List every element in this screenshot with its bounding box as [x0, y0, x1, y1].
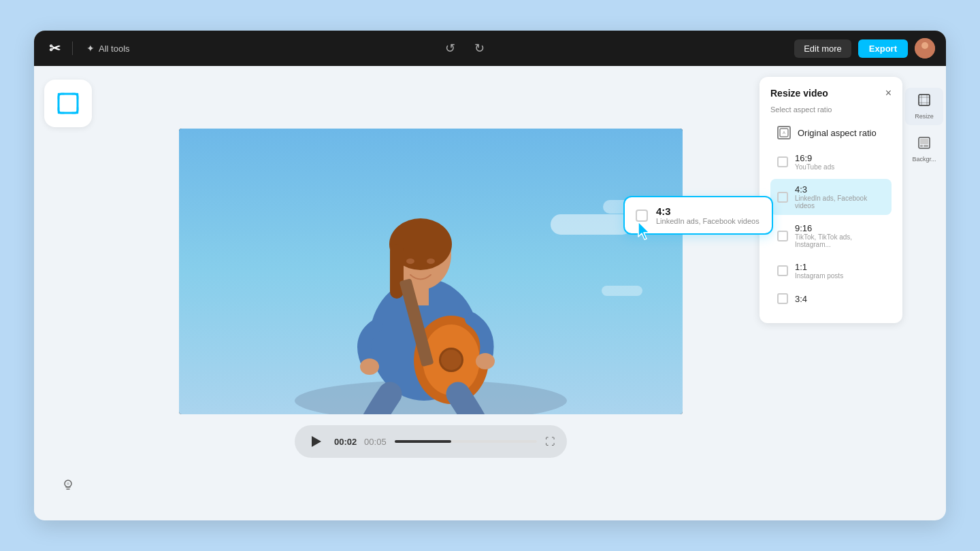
svg-point-1 [921, 42, 928, 49]
sidebar-item-resize[interactable]: Resize [905, 88, 943, 125]
svg-rect-26 [920, 139, 928, 144]
lightbulb-icon[interactable] [60, 477, 76, 507]
person-guitar-svg [179, 129, 683, 414]
divider [72, 41, 73, 55]
svg-rect-24 [919, 95, 930, 105]
sidebar-item-background[interactable]: Backgr... [905, 131, 943, 168]
tooltip-checkbox [636, 210, 648, 222]
tooltip-text: 4:3 LinkedIn ads, Facebook videos [656, 205, 760, 225]
aspect-desc-9-16: TikTok, TikTok ads, Instagram... [795, 233, 885, 248]
svg-point-19 [360, 358, 379, 375]
top-bar-center: ↺ ↻ [144, 38, 787, 59]
checkbox-3-4 [777, 293, 788, 304]
svg-point-11 [406, 258, 414, 264]
logo-icon: ✂ [49, 40, 61, 56]
aspect-desc-16-9: YouTube ads [795, 163, 834, 171]
redo-button[interactable]: ↻ [472, 38, 487, 59]
resize-panel-header: Resize video × [770, 88, 892, 99]
aspect-name-3-4: 3:4 [795, 294, 807, 304]
cursor-arrow [635, 222, 655, 245]
right-sidebar: Resize Backgr... [902, 77, 946, 179]
aspect-option-original[interactable]: A Original aspect ratio [770, 120, 892, 145]
aspect-text-16-9: 16:9 YouTube ads [795, 153, 834, 171]
aspect-text-9-16: 9:16 TikTok, TikTok ads, Instagram... [795, 223, 885, 248]
aspect-option-4-3[interactable]: 4:3 LinkedIn ads, Facebook videos [770, 179, 892, 215]
aspect-name-4-3: 4:3 [795, 184, 885, 195]
video-section: 00:02 00:05 ⛶ [102, 66, 760, 520]
video-container [179, 129, 683, 414]
total-time: 00:05 [364, 437, 387, 447]
resize-sidebar-icon [917, 93, 931, 110]
aspect-name-9-16: 9:16 [795, 223, 885, 233]
right-panels: Resize video × Select aspect ratio A [760, 66, 946, 520]
aspect-desc-1-1: Instagram posts [795, 272, 843, 280]
video-controls: 00:02 00:05 ⛶ [295, 425, 567, 458]
aspect-option-1-1[interactable]: 1:1 Instagram posts [770, 256, 892, 285]
svg-point-12 [427, 258, 435, 264]
svg-point-20 [476, 353, 495, 369]
aspect-option-3-4[interactable]: 3:4 [770, 288, 892, 310]
svg-point-5 [67, 482, 69, 485]
background-sidebar-label: Backgr... [912, 156, 936, 163]
current-time: 00:02 [334, 437, 357, 447]
aspect-name-1-1: 1:1 [795, 262, 843, 272]
checkbox-9-16 [777, 231, 788, 241]
checkbox-16-9 [777, 156, 788, 167]
play-button[interactable] [307, 432, 326, 451]
avatar[interactable] [915, 38, 935, 59]
svg-marker-23 [638, 222, 649, 239]
svg-point-17 [441, 350, 461, 370]
aspect-text-1-1: 1:1 Instagram posts [795, 262, 843, 280]
svg-rect-28 [924, 145, 928, 147]
all-tools-button[interactable]: ✦ All tools [81, 40, 135, 56]
aspect-text-4-3: 4:3 LinkedIn ads, Facebook videos [795, 184, 885, 210]
tooltip-desc: LinkedIn ads, Facebook videos [656, 217, 760, 225]
app-container: ✂ ✦ All tools ↺ ↻ Edit more Export [34, 31, 946, 520]
resize-panel-wrapper: Resize video × Select aspect ratio A [760, 77, 902, 323]
export-button[interactable]: Export [858, 39, 908, 58]
resize-panel: Resize video × Select aspect ratio A [760, 77, 902, 323]
svg-rect-27 [920, 145, 923, 147]
resize-sidebar-label: Resize [915, 113, 934, 120]
play-icon [312, 436, 321, 447]
checkbox-1-1 [777, 265, 788, 276]
all-tools-label: All tools [99, 44, 130, 54]
video-preview [179, 129, 683, 414]
resize-panel-title: Resize video [770, 88, 828, 99]
progress-bar[interactable] [395, 440, 537, 443]
original-icon: A [777, 126, 791, 139]
aspect-name-16-9: 16:9 [795, 153, 834, 163]
app-logo: ✂ [45, 39, 64, 58]
tooltip-name: 4:3 [656, 205, 760, 217]
aspect-text-3-4: 3:4 [795, 294, 807, 304]
top-bar: ✂ ✦ All tools ↺ ↻ Edit more Export [34, 31, 946, 66]
svg-text:A: A [783, 131, 785, 135]
aspect-desc-4-3: LinkedIn ads, Facebook videos [795, 195, 885, 210]
aspect-option-9-16[interactable]: 9:16 TikTok, TikTok ads, Instagram... [770, 218, 892, 254]
progress-fill [395, 440, 452, 443]
aspect-name-original: Original aspect ratio [798, 128, 877, 138]
edit-more-button[interactable]: Edit more [794, 39, 851, 58]
workspace: 00:02 00:05 ⛶ Resize video × S [34, 66, 946, 520]
undo-button[interactable]: ↺ [442, 38, 458, 59]
wand-icon: ✦ [86, 43, 95, 54]
aspect-text-original: Original aspect ratio [798, 128, 877, 138]
left-sidebar [34, 66, 102, 520]
aspect-option-16-9[interactable]: 16:9 YouTube ads [770, 148, 892, 176]
resize-icon-svg [53, 88, 83, 118]
top-bar-right: Edit more Export [794, 38, 935, 59]
select-aspect-label: Select aspect ratio [770, 105, 892, 114]
svg-rect-10 [390, 244, 404, 299]
checkbox-4-3 [777, 192, 788, 203]
background-sidebar-icon [917, 136, 931, 153]
svg-rect-3 [59, 94, 78, 113]
fullscreen-button[interactable]: ⛶ [545, 436, 555, 447]
time-display: 00:02 00:05 [334, 437, 387, 447]
floating-tooltip-4-3: 4:3 LinkedIn ads, Facebook videos [623, 196, 773, 235]
close-panel-button[interactable]: × [885, 88, 892, 99]
resize-icon-card [44, 80, 92, 127]
